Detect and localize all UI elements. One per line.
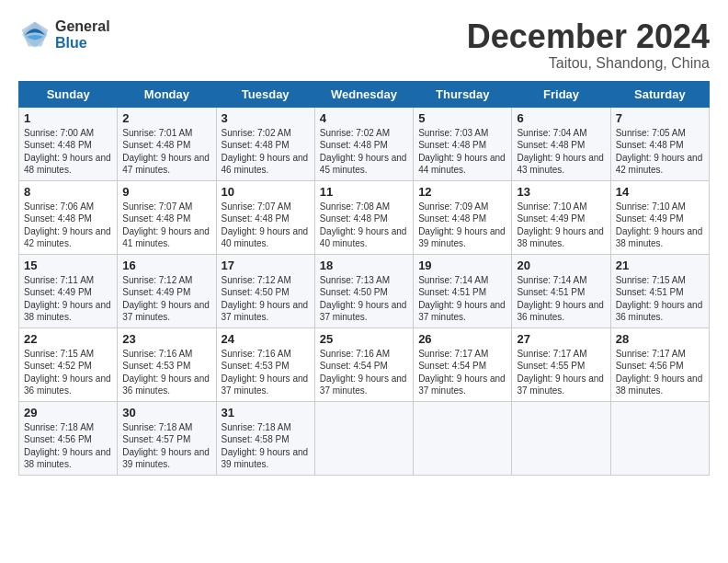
cell-sunset: Sunset: 4:54 PM bbox=[418, 361, 486, 371]
col-friday: Friday bbox=[512, 81, 610, 107]
col-wednesday: Wednesday bbox=[314, 81, 413, 107]
cell-sunset: Sunset: 4:48 PM bbox=[616, 140, 684, 150]
table-row: 4 Sunrise: 7:02 AM Sunset: 4:48 PM Dayli… bbox=[314, 107, 413, 180]
cell-sunset: Sunset: 4:53 PM bbox=[122, 361, 190, 371]
cell-sunset: Sunset: 4:48 PM bbox=[418, 213, 486, 224]
table-row: 24 Sunrise: 7:16 AM Sunset: 4:53 PM Dayl… bbox=[216, 327, 314, 401]
table-row: 12 Sunrise: 7:09 AM Sunset: 4:48 PM Dayl… bbox=[414, 180, 512, 254]
cell-sunset: Sunset: 4:49 PM bbox=[616, 213, 684, 224]
table-row: 15 Sunrise: 7:11 AM Sunset: 4:49 PM Dayl… bbox=[19, 254, 118, 327]
cell-sunrise: Sunrise: 7:18 AM bbox=[24, 422, 94, 432]
day-number: 22 bbox=[24, 332, 112, 346]
table-row bbox=[512, 401, 610, 475]
cell-sunrise: Sunrise: 7:12 AM bbox=[222, 275, 291, 285]
cell-sunrise: Sunrise: 7:07 AM bbox=[222, 201, 291, 212]
cell-sunset: Sunset: 4:48 PM bbox=[122, 213, 190, 224]
cell-sunrise: Sunrise: 7:16 AM bbox=[320, 349, 390, 359]
cell-daylight: Daylight: 9 hours and 42 minutes. bbox=[616, 153, 703, 176]
cell-sunrise: Sunrise: 7:15 AM bbox=[24, 349, 94, 359]
cell-daylight: Daylight: 9 hours and 43 minutes. bbox=[517, 153, 604, 176]
table-row: 20 Sunrise: 7:14 AM Sunset: 4:51 PM Dayl… bbox=[512, 254, 610, 327]
day-number: 17 bbox=[222, 259, 310, 272]
table-row: 28 Sunrise: 7:17 AM Sunset: 4:56 PM Dayl… bbox=[610, 327, 709, 401]
cell-daylight: Daylight: 9 hours and 36 minutes. bbox=[517, 300, 604, 323]
table-row bbox=[610, 401, 709, 475]
cell-sunrise: Sunrise: 7:07 AM bbox=[122, 201, 192, 212]
table-row: 9 Sunrise: 7:07 AM Sunset: 4:48 PM Dayli… bbox=[118, 180, 216, 254]
table-row: 8 Sunrise: 7:06 AM Sunset: 4:48 PM Dayli… bbox=[19, 180, 118, 254]
day-number: 7 bbox=[616, 111, 704, 125]
day-number: 18 bbox=[320, 259, 408, 272]
day-number: 25 bbox=[320, 332, 408, 346]
table-row: 7 Sunrise: 7:05 AM Sunset: 4:48 PM Dayli… bbox=[610, 107, 709, 180]
cell-daylight: Daylight: 9 hours and 47 minutes. bbox=[122, 153, 210, 176]
col-tuesday: Tuesday bbox=[216, 81, 314, 107]
cell-sunrise: Sunrise: 7:11 AM bbox=[24, 275, 94, 285]
cell-sunset: Sunset: 4:58 PM bbox=[222, 434, 290, 444]
calendar-table: Sunday Monday Tuesday Wednesday Thursday… bbox=[18, 81, 710, 476]
day-number: 1 bbox=[24, 111, 112, 125]
cell-sunset: Sunset: 4:53 PM bbox=[222, 361, 290, 371]
cell-sunset: Sunset: 4:50 PM bbox=[320, 287, 388, 297]
table-row: 27 Sunrise: 7:17 AM Sunset: 4:55 PM Dayl… bbox=[512, 327, 610, 401]
cell-sunset: Sunset: 4:51 PM bbox=[517, 287, 585, 297]
cell-daylight: Daylight: 9 hours and 41 minutes. bbox=[122, 226, 210, 249]
day-number: 30 bbox=[122, 406, 210, 419]
cell-sunset: Sunset: 4:49 PM bbox=[517, 213, 585, 224]
cell-sunrise: Sunrise: 7:17 AM bbox=[418, 349, 488, 359]
cell-daylight: Daylight: 9 hours and 38 minutes. bbox=[616, 226, 703, 249]
day-number: 9 bbox=[122, 185, 210, 199]
cell-sunset: Sunset: 4:48 PM bbox=[320, 213, 388, 224]
cell-sunrise: Sunrise: 7:06 AM bbox=[24, 201, 94, 212]
cell-sunset: Sunset: 4:48 PM bbox=[517, 140, 585, 150]
cell-daylight: Daylight: 9 hours and 37 minutes. bbox=[320, 373, 407, 396]
cell-daylight: Daylight: 9 hours and 42 minutes. bbox=[24, 226, 111, 249]
page-header: General Blue December 2024 Taitou, Shand… bbox=[18, 18, 710, 72]
cell-daylight: Daylight: 9 hours and 40 minutes. bbox=[222, 226, 309, 249]
day-number: 28 bbox=[616, 332, 704, 346]
table-row: 6 Sunrise: 7:04 AM Sunset: 4:48 PM Dayli… bbox=[512, 107, 610, 180]
cell-sunrise: Sunrise: 7:12 AM bbox=[122, 275, 192, 285]
title-block: December 2024 Taitou, Shandong, China bbox=[467, 18, 710, 72]
cell-daylight: Daylight: 9 hours and 40 minutes. bbox=[320, 226, 407, 249]
day-number: 20 bbox=[517, 259, 605, 272]
logo-text: General Blue bbox=[55, 18, 110, 51]
logo-blue-text: Blue bbox=[55, 35, 110, 52]
calendar-week-row: 15 Sunrise: 7:11 AM Sunset: 4:49 PM Dayl… bbox=[19, 254, 710, 327]
table-row: 2 Sunrise: 7:01 AM Sunset: 4:48 PM Dayli… bbox=[118, 107, 216, 180]
cell-sunrise: Sunrise: 7:17 AM bbox=[616, 349, 686, 359]
cell-sunrise: Sunrise: 7:16 AM bbox=[122, 349, 192, 359]
table-row: 31 Sunrise: 7:18 AM Sunset: 4:58 PM Dayl… bbox=[216, 401, 314, 475]
cell-sunset: Sunset: 4:48 PM bbox=[24, 213, 92, 224]
cell-sunrise: Sunrise: 7:02 AM bbox=[320, 128, 390, 138]
table-row: 1 Sunrise: 7:00 AM Sunset: 4:48 PM Dayli… bbox=[19, 107, 118, 180]
day-number: 5 bbox=[418, 111, 506, 125]
cell-sunrise: Sunrise: 7:08 AM bbox=[320, 201, 390, 212]
cell-daylight: Daylight: 9 hours and 36 minutes. bbox=[24, 373, 111, 396]
cell-sunrise: Sunrise: 7:13 AM bbox=[320, 275, 390, 285]
cell-daylight: Daylight: 9 hours and 37 minutes. bbox=[122, 300, 210, 323]
day-number: 4 bbox=[320, 111, 408, 125]
day-number: 2 bbox=[122, 111, 210, 125]
cell-sunrise: Sunrise: 7:02 AM bbox=[222, 128, 291, 138]
cell-daylight: Daylight: 9 hours and 37 minutes. bbox=[222, 373, 309, 396]
cell-daylight: Daylight: 9 hours and 38 minutes. bbox=[616, 373, 703, 396]
col-sunday: Sunday bbox=[19, 81, 118, 107]
cell-sunset: Sunset: 4:56 PM bbox=[24, 434, 92, 444]
day-number: 15 bbox=[24, 259, 112, 272]
cell-sunrise: Sunrise: 7:18 AM bbox=[122, 422, 192, 432]
table-row: 11 Sunrise: 7:08 AM Sunset: 4:48 PM Dayl… bbox=[314, 180, 413, 254]
table-row: 14 Sunrise: 7:10 AM Sunset: 4:49 PM Dayl… bbox=[610, 180, 709, 254]
table-row: 25 Sunrise: 7:16 AM Sunset: 4:54 PM Dayl… bbox=[314, 327, 413, 401]
cell-sunrise: Sunrise: 7:14 AM bbox=[418, 275, 488, 285]
cell-daylight: Daylight: 9 hours and 39 minutes. bbox=[122, 447, 210, 470]
cell-sunrise: Sunrise: 7:05 AM bbox=[616, 128, 686, 138]
day-number: 3 bbox=[222, 111, 310, 125]
calendar-header-row: Sunday Monday Tuesday Wednesday Thursday… bbox=[19, 81, 710, 107]
cell-sunset: Sunset: 4:48 PM bbox=[320, 140, 388, 150]
cell-sunset: Sunset: 4:52 PM bbox=[24, 361, 92, 371]
logo-icon bbox=[18, 18, 51, 52]
table-row: 16 Sunrise: 7:12 AM Sunset: 4:49 PM Dayl… bbox=[118, 254, 216, 327]
calendar-week-row: 8 Sunrise: 7:06 AM Sunset: 4:48 PM Dayli… bbox=[19, 180, 710, 254]
day-number: 6 bbox=[517, 111, 605, 125]
